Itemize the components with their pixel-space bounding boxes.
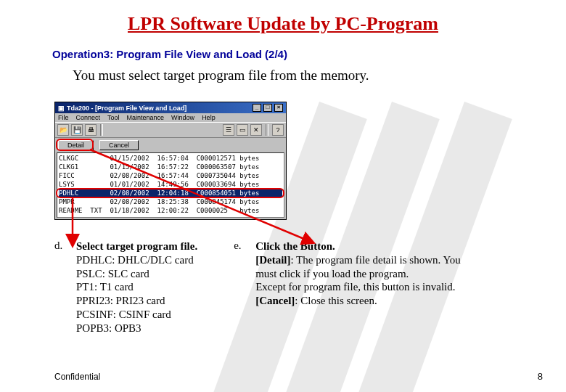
toolbar-tree-icon[interactable]: ☰: [223, 124, 234, 136]
close-button[interactable]: ×: [274, 104, 283, 112]
svg-line-1: [90, 150, 309, 241]
step-e-marker: e.: [234, 240, 247, 335]
toolbar-cross-icon[interactable]: ✕: [250, 124, 262, 136]
step-e-detail: [Detail]: The program file detail is sho…: [255, 253, 466, 281]
step-d-line: PSLC: SLC card: [76, 267, 197, 281]
step-d-line: PPRI23: PRI23 card: [76, 294, 197, 308]
footer-page-number: 8: [538, 371, 543, 382]
toolbar-print-icon[interactable]: 🖶: [85, 124, 97, 136]
toolbar-open-icon[interactable]: 📂: [57, 124, 69, 136]
toolbar-folder-icon[interactable]: ▭: [237, 124, 248, 136]
step-e-cancel: [Cancel]: Close this screen.: [255, 294, 466, 308]
menu-maintenance[interactable]: Maintenance: [127, 114, 165, 121]
toolbar: 📂 💾 🖶 ☰ ▭ ✕ ?: [55, 122, 286, 138]
annotation-arrow-d: [58, 195, 87, 249]
minimize-button[interactable]: _: [253, 104, 261, 112]
footer-confidential: Confidential: [54, 372, 100, 382]
step-d-line: POPB3: OPB3: [76, 322, 197, 335]
toolbar-help-icon[interactable]: ?: [272, 124, 284, 136]
step-d-line: PCSINF: CSINF card: [76, 308, 197, 322]
step-e: e. Click the Button. [Detail]: The progr…: [234, 240, 466, 335]
step-d-line: PDHLC: DHLC/DLC card: [76, 253, 197, 267]
page-title: LPR Software Update by PC-Program: [0, 13, 566, 35]
menu-help[interactable]: Help: [202, 114, 216, 121]
toolbar-separator: [266, 124, 268, 136]
app-icon: ▣: [58, 105, 65, 112]
menu-file[interactable]: File: [58, 114, 69, 121]
menu-tool[interactable]: Tool: [107, 114, 120, 121]
menu-window[interactable]: Window: [171, 114, 194, 121]
operation-subtitle: Operation3: Program File View and Load (…: [52, 48, 566, 60]
step-d-marker: d.: [54, 240, 67, 335]
window-titlebar: ▣ Tda200 - [Program File View and Load] …: [55, 102, 286, 113]
menu-connect[interactable]: Connect: [76, 114, 101, 121]
step-d-line: PT1: T1 card: [76, 280, 197, 294]
toolbar-separator: [100, 124, 103, 136]
instruction-text: You must select target program file from…: [73, 68, 566, 83]
window-title: Tda200 - [Program File View and Load]: [67, 105, 186, 112]
maximize-button[interactable]: □: [263, 104, 272, 112]
menubar: File Connect Tool Maintenance Window Hel…: [55, 113, 286, 122]
step-d: d. Select target program file. PDHLC: DH…: [54, 240, 197, 335]
step-e-extra: Except for program file, this button is …: [255, 280, 466, 294]
toolbar-save-icon[interactable]: 💾: [71, 124, 83, 136]
annotation-arrow-e: [87, 148, 319, 250]
